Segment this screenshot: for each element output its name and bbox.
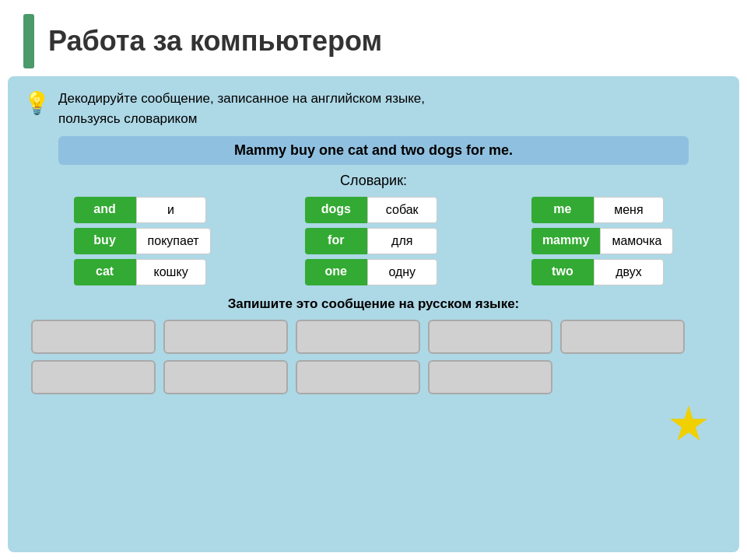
answer-box-1-2[interactable] (163, 320, 288, 354)
write-instruction: Запишите это сообщение на русском языке: (23, 296, 724, 312)
dictionary-label: Словарик: (23, 173, 724, 189)
answer-box-2-4[interactable] (428, 360, 552, 394)
dict-en-buy: buy (74, 228, 136, 254)
instruction-text: Декодируйте сообщение, записанное на анг… (58, 89, 425, 128)
instruction-row: 💡 Декодируйте сообщение, записанное на а… (23, 89, 724, 128)
dict-en-and: and (74, 197, 136, 223)
dict-pair-one: one одну (305, 259, 437, 285)
answer-row-2 (31, 360, 716, 394)
answer-box-1-1[interactable] (31, 320, 156, 354)
dict-ru-me: меня (594, 197, 664, 223)
dict-pair-for: for для (305, 228, 437, 254)
dict-ru-for: для (367, 228, 437, 254)
dict-ru-mammy: мамочка (600, 228, 673, 254)
page-wrapper: Работа за компьютером 💡 Декодируйте сооб… (0, 0, 747, 560)
header-accent-bar (23, 14, 34, 68)
dict-pair-two: two двух (531, 259, 674, 285)
sentence-box: Mammy buy one cat and two dogs for me. (58, 136, 689, 165)
answer-row-1 (31, 320, 716, 354)
answer-box-1-3[interactable] (296, 320, 420, 354)
dict-en-cat: cat (74, 259, 136, 285)
answer-box-2-1[interactable] (31, 360, 156, 394)
dict-en-one: one (305, 259, 367, 285)
answer-section (23, 320, 724, 394)
dict-ru-buy: покупает (136, 228, 211, 254)
answer-box-2-3[interactable] (296, 360, 420, 394)
dict-ru-and: и (136, 197, 206, 223)
answer-box-2-2[interactable] (163, 360, 288, 394)
dict-column-3: me меня mammy мамочка two двух (531, 197, 674, 285)
answer-box-1-5[interactable] (560, 320, 685, 354)
star-button[interactable] (669, 405, 708, 444)
dict-ru-cat: кошку (136, 259, 206, 285)
dict-pair-mammy: mammy мамочка (531, 228, 674, 254)
page-title: Работа за компьютером (48, 25, 382, 58)
dict-pair-cat: cat кошку (74, 259, 211, 285)
dict-pair-dogs: dogs собак (305, 197, 437, 223)
dict-pair-buy: buy покупает (74, 228, 211, 254)
dict-column-1: and и buy покупает cat кошку (74, 197, 211, 285)
dict-ru-two: двух (594, 259, 664, 285)
bulb-icon: 💡 (23, 90, 51, 116)
sentence-text: Mammy buy one cat and two dogs for me. (234, 142, 513, 158)
dict-pair-and: and и (74, 197, 211, 223)
dict-en-dogs: dogs (305, 197, 367, 223)
dict-ru-one: одну (367, 259, 437, 285)
bottom-bar (23, 402, 724, 450)
answer-box-1-4[interactable] (428, 320, 552, 354)
header: Работа за компьютером (0, 0, 747, 76)
main-content: 💡 Декодируйте сообщение, записанное на а… (8, 76, 739, 552)
dict-en-for: for (305, 228, 367, 254)
dict-column-2: dogs собак for для one одну (305, 197, 437, 285)
dict-en-me: me (531, 197, 594, 223)
dict-pair-me: me меня (531, 197, 674, 223)
dictionary-grid: and и buy покупает cat кошку dogs собак (23, 197, 724, 285)
dict-en-mammy: mammy (531, 228, 600, 254)
dict-ru-dogs: собак (367, 197, 437, 223)
dict-en-two: two (531, 259, 594, 285)
